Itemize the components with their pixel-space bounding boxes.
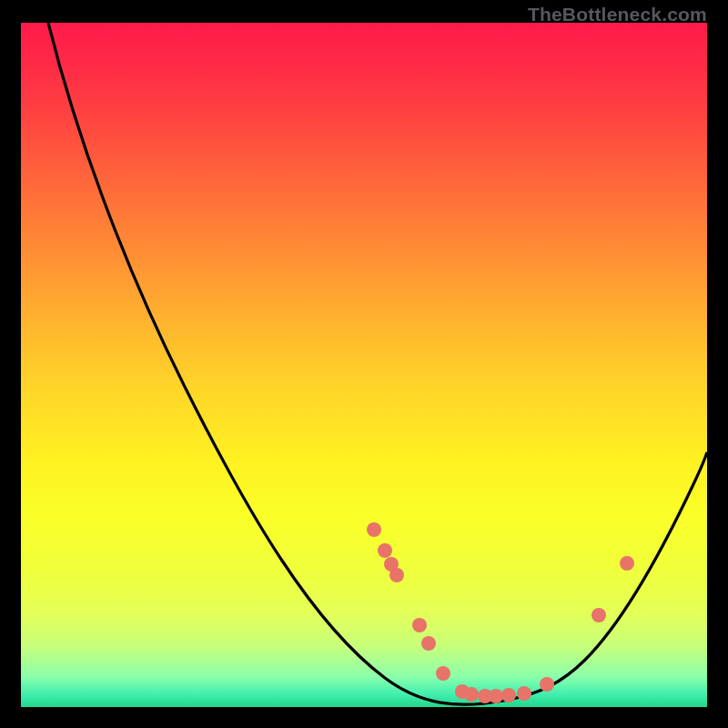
curve-path bbox=[48, 23, 707, 704]
svg-point-13 bbox=[540, 677, 554, 692]
chart-frame: TheBottleneck.com bbox=[0, 0, 728, 728]
svg-point-14 bbox=[592, 608, 606, 622]
svg-point-10 bbox=[489, 689, 503, 703]
svg-point-4 bbox=[412, 618, 427, 632]
svg-point-1 bbox=[378, 543, 392, 558]
svg-point-5 bbox=[421, 636, 436, 651]
svg-point-12 bbox=[517, 686, 531, 701]
plot-area bbox=[21, 23, 707, 707]
svg-point-3 bbox=[389, 568, 404, 582]
svg-point-0 bbox=[367, 522, 381, 537]
data-points bbox=[367, 522, 634, 703]
bottleneck-curve bbox=[21, 23, 707, 707]
svg-point-8 bbox=[464, 687, 479, 702]
svg-point-11 bbox=[501, 688, 516, 703]
svg-point-15 bbox=[620, 556, 634, 571]
watermark-text: TheBottleneck.com bbox=[528, 4, 707, 25]
svg-point-6 bbox=[436, 666, 450, 681]
